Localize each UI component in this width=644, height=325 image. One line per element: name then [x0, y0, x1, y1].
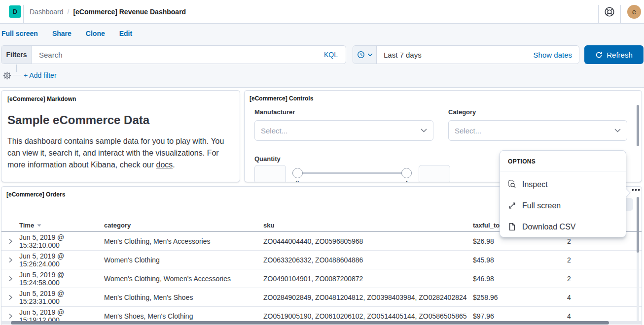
- menu-item-download-csv[interactable]: Download CSV: [500, 216, 626, 237]
- popover-title: OPTIONS: [500, 151, 626, 171]
- manufacturer-label: Manufacturer: [254, 108, 433, 116]
- cell-taxful-total-price: $46.98: [473, 275, 522, 283]
- show-dates-button[interactable]: Show dates: [534, 46, 579, 64]
- cell-taxful-total-price: $258.96: [473, 293, 522, 301]
- fullscreen-icon: [508, 201, 516, 210]
- panel-title: [eCommerce] Orders: [6, 191, 65, 198]
- filter-connector: [16, 65, 17, 72]
- panel-title: [eCommerce] Controls: [250, 95, 313, 102]
- menu-full-screen[interactable]: Full screen: [1, 30, 38, 37]
- cell-taxful-total-price: $26.98: [473, 237, 522, 245]
- cell-sku: ZO0284902849, ZO0481204812, ZO0398403984…: [263, 293, 473, 301]
- quantity-slider-min-handle[interactable]: [292, 168, 303, 178]
- cell-category: Men's Clothing, Men's Accessories: [104, 237, 263, 245]
- quantity-min-input[interactable]: [254, 165, 286, 182]
- search-input[interactable]: [32, 51, 316, 59]
- refresh-icon: [595, 51, 603, 59]
- time-picker: Last 7 days Show dates: [353, 45, 579, 64]
- quantity-label: Quantity: [254, 155, 281, 162]
- sort-descending-icon: [36, 223, 42, 228]
- cell-quantity: 4: [522, 293, 616, 301]
- inspect-icon: [508, 180, 516, 189]
- manufacturer-control: Manufacturer Select...: [254, 108, 433, 141]
- cell-quantity: 2: [522, 256, 616, 264]
- docs-link[interactable]: docs: [156, 161, 173, 169]
- menu-item-full-screen[interactable]: Full screen: [500, 195, 626, 216]
- filter-options-gear-icon[interactable]: [3, 71, 11, 80]
- category-control: Category Select...: [448, 108, 627, 141]
- cell-category: Women's Clothing: [104, 256, 263, 264]
- filters-button[interactable]: Filters: [1, 46, 32, 64]
- table-row[interactable]: Jun 5, 2019 @ 15:26:24.000 Women's Cloth…: [1, 251, 642, 269]
- cell-time: Jun 5, 2019 @ 15:32:10.000: [19, 233, 104, 249]
- panel-options-icon[interactable]: [632, 189, 640, 191]
- menu-edit[interactable]: Edit: [119, 30, 132, 37]
- menu-item-inspect[interactable]: Inspect: [500, 174, 626, 195]
- add-filter-button[interactable]: + Add filter: [24, 71, 57, 79]
- expand-row-icon[interactable]: [7, 238, 14, 245]
- breadcrumb-separator: /: [68, 8, 70, 16]
- header-category[interactable]: category: [104, 222, 263, 229]
- panel-title: [eCommerce] Markdown: [7, 96, 234, 102]
- query-bar: Filters KQL: [1, 45, 346, 64]
- quantity-max-input[interactable]: [419, 165, 450, 182]
- cell-sku: ZO0633206332, ZO0488604886: [263, 256, 473, 264]
- controls-scrollbar[interactable]: [637, 105, 639, 146]
- header-time[interactable]: Time: [19, 222, 104, 229]
- header-sku[interactable]: sku: [263, 222, 473, 229]
- refresh-button[interactable]: Refresh: [584, 45, 644, 64]
- cell-time: Jun 5, 2019 @ 15:24:58.000: [19, 271, 104, 287]
- expand-row-icon[interactable]: [7, 294, 14, 301]
- cell-sku: ZO0444004440, ZO0596805968: [263, 237, 473, 245]
- divider: [23, 5, 24, 24]
- cell-category: Women's Clothing, Women's Accessories: [104, 275, 263, 283]
- breadcrumb-dashboard[interactable]: Dashboard: [30, 8, 64, 16]
- search-area: KQL: [32, 46, 346, 64]
- markdown-heading: Sample eCommerce Data: [7, 113, 234, 127]
- orders-scrollbar[interactable]: [637, 197, 639, 253]
- expand-row-icon[interactable]: [7, 275, 14, 282]
- cell-quantity: 2: [522, 237, 616, 245]
- app-logo[interactable]: D: [9, 5, 21, 18]
- avatar[interactable]: e: [627, 5, 641, 19]
- markdown-body: This dashboard contains sample data for …: [7, 135, 235, 171]
- quantity-max-value: 4: [401, 179, 411, 182]
- quantity-slider-track: [294, 172, 410, 174]
- dashboard-menu: Full screen Share Clone Edit: [1, 24, 132, 43]
- table-row[interactable]: Jun 5, 2019 @ 15:24:58.000 Women's Cloth…: [1, 269, 642, 288]
- options-popover: OPTIONS Inspect Full screen Download CSV: [500, 150, 626, 237]
- chevron-down-icon: [614, 129, 621, 132]
- cell-taxful-total-price: $97.96: [473, 312, 522, 320]
- divider: [620, 5, 621, 24]
- help-icon[interactable]: [605, 7, 614, 17]
- clock-icon: [357, 51, 365, 59]
- cell-quantity: 4: [522, 312, 616, 320]
- cell-quantity: 2: [522, 275, 616, 283]
- quantity-slider-max-handle[interactable]: [401, 168, 412, 178]
- top-header: D Dashboard / [eCommerce] Revenue Dashbo…: [0, 0, 644, 24]
- cell-time: Jun 5, 2019 @ 15:26:24.000: [19, 252, 104, 268]
- chevron-down-icon: [367, 53, 373, 57]
- cell-category: Men's Clothing, Men's Shoes: [104, 293, 263, 301]
- cell-sku: ZO0490104901, ZO0087200872: [263, 275, 473, 283]
- chevron-down-icon: [421, 129, 427, 132]
- cell-time: Jun 5, 2019 @ 15:23:31.000: [19, 290, 104, 305]
- cell-taxful-total-price: $45.98: [473, 256, 522, 264]
- manufacturer-select[interactable]: Select...: [254, 120, 433, 141]
- category-label: Category: [448, 108, 627, 116]
- time-range-value[interactable]: Last 7 days: [377, 46, 422, 64]
- markdown-panel: [eCommerce] Markdown Sample eCommerce Da…: [1, 90, 240, 182]
- kql-button[interactable]: KQL: [316, 51, 346, 59]
- breadcrumb-current: [eCommerce] Revenue Dashboard: [73, 8, 186, 16]
- time-picker-quick-menu[interactable]: [353, 46, 377, 64]
- expand-row-icon[interactable]: [7, 313, 14, 320]
- orders-hscrollbar[interactable]: [11, 321, 609, 325]
- filter-connector: [13, 75, 21, 75]
- category-select[interactable]: Select...: [448, 120, 627, 141]
- expand-row-icon[interactable]: [7, 257, 14, 263]
- table-row[interactable]: Jun 5, 2019 @ 15:23:31.000 Men's Clothin…: [1, 288, 642, 307]
- menu-share[interactable]: Share: [52, 30, 72, 37]
- menu-clone[interactable]: Clone: [86, 30, 105, 37]
- breadcrumb: Dashboard / [eCommerce] Revenue Dashboar…: [30, 0, 186, 24]
- download-csv-icon: [508, 223, 516, 231]
